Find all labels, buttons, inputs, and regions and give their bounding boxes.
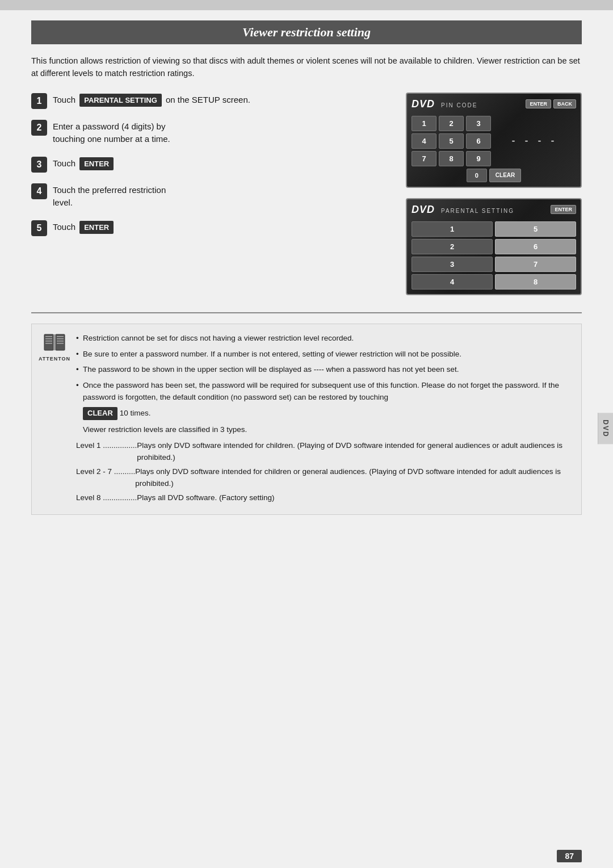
level-1-desc: Plays only DVD software intended for chi…: [137, 440, 572, 464]
steps-right: DVD PIN CODE ENTER BACK 1 2 3 - - - -: [406, 93, 582, 295]
pin-bottom-row: 0 CLEAR: [412, 169, 576, 182]
dvd-logo-1: DVD: [412, 98, 435, 110]
pin-key-9[interactable]: 9: [466, 151, 491, 166]
pin-key-3[interactable]: 3: [466, 116, 491, 131]
parental-header-left: DVD PARENTAL SETTING: [412, 204, 514, 216]
steps-left: 1 Touch PARENTAL SETTING on the SETUP sc…: [31, 93, 389, 295]
level-table: Level 1 ................ Plays only DVD …: [76, 440, 572, 504]
level-2-label: Level 2 - 7 ..........: [76, 466, 135, 490]
page-title: Viewer restriction setting: [43, 25, 570, 40]
attention-note-1: Restriction cannot be set for discs not …: [76, 332, 572, 345]
pin-clear-btn[interactable]: CLEAR: [489, 169, 521, 182]
page-number: 87: [557, 850, 582, 862]
pin-header-buttons: ENTER BACK: [526, 99, 576, 108]
svg-rect-9: [57, 341, 64, 342]
enter-badge-2: ENTER: [79, 221, 114, 234]
svg-rect-5: [45, 341, 52, 342]
step-number-2: 2: [31, 120, 47, 136]
step-5: 5 Touch ENTER: [31, 220, 389, 236]
step-3: 3 Touch ENTER: [31, 156, 389, 173]
pin-key-0[interactable]: 0: [467, 169, 487, 182]
level-3-desc: Plays all DVD software. (Factory setting…: [137, 492, 572, 504]
steps-layout: 1 Touch PARENTAL SETTING on the SETUP sc…: [31, 93, 582, 295]
bottom-section: ATTENTON Restriction cannot be set for d…: [31, 312, 582, 526]
step-4-text: Touch the preferred restriction level.: [53, 183, 166, 209]
right-tab: DVD: [598, 413, 613, 444]
parental-grid: 1 5 2 6 3 7 4 8: [412, 221, 576, 290]
parental-enter-btn[interactable]: ENTER: [551, 205, 576, 214]
book-icon: [43, 332, 66, 354]
step-number-3: 3: [31, 157, 47, 173]
attention-icon-container: ATTENTON: [41, 332, 68, 362]
parental-key-1[interactable]: 1: [412, 221, 493, 237]
pin-key-4[interactable]: 4: [412, 133, 436, 149]
svg-rect-8: [57, 338, 64, 339]
step-number-5: 5: [31, 220, 47, 236]
pin-screen-header: DVD PIN CODE ENTER BACK: [412, 98, 576, 110]
level-row-1: Level 1 ................ Plays only DVD …: [76, 440, 572, 464]
pin-display: - - - -: [493, 133, 576, 149]
pin-grid: 1 2 3 - - - - 4 5 6 7 8 9: [412, 116, 576, 166]
clear-suffix: 10 times.: [120, 409, 151, 417]
pin-key-7[interactable]: 7: [412, 151, 436, 166]
step-1: 1 Touch PARENTAL SETTING on the SETUP sc…: [31, 93, 389, 109]
level-1-label: Level 1 ................: [76, 440, 137, 464]
level-3-label: Level 8 ................: [76, 492, 137, 504]
pin-code-screen: DVD PIN CODE ENTER BACK 1 2 3 - - - -: [406, 93, 582, 188]
page-number-bar: 87: [0, 846, 613, 868]
step-2-text: Enter a password (4 digits) by touching …: [53, 119, 170, 146]
parental-setting-badge: PARENTAL SETTING: [79, 94, 162, 107]
dvd-logo-2: DVD: [412, 204, 435, 216]
step-4: 4 Touch the preferred restriction level.: [31, 183, 389, 209]
level-2-desc: Plays only DVD software intended for chi…: [135, 466, 572, 490]
step-2: 2 Enter a password (4 digits) by touchin…: [31, 119, 389, 146]
parental-key-6[interactable]: 6: [495, 239, 576, 254]
parental-screen-title: PARENTAL SETTING: [441, 208, 514, 214]
svg-rect-6: [45, 343, 52, 344]
svg-rect-4: [45, 338, 52, 339]
pin-screen-title: PIN CODE: [441, 102, 477, 108]
title-bar: Viewer restriction setting: [31, 20, 582, 44]
pin-back-btn[interactable]: BACK: [553, 99, 576, 108]
page-container: Viewer restriction setting This function…: [0, 0, 613, 868]
parental-key-3[interactable]: 3: [412, 257, 493, 272]
top-bar: [0, 0, 613, 10]
step-5-text: Touch ENTER: [53, 220, 115, 234]
pin-key-1[interactable]: 1: [412, 116, 436, 131]
pin-header-left: DVD PIN CODE: [412, 98, 477, 110]
step-1-text: Touch PARENTAL SETTING on the SETUP scre…: [53, 93, 250, 107]
attention-note-4: Once the password has been set, the pass…: [76, 379, 572, 404]
pin-key-5[interactable]: 5: [439, 133, 464, 149]
step-number-1: 1: [31, 93, 47, 109]
clear-badge: CLEAR: [83, 407, 117, 420]
parental-setting-screen: DVD PARENTAL SETTING ENTER 1 5 2 6 3 7: [406, 198, 582, 295]
step-4-line1: Touch the preferred restriction: [53, 185, 166, 195]
svg-rect-3: [45, 336, 52, 337]
pin-key-6[interactable]: 6: [466, 133, 491, 149]
step-2-line1: Enter a password (4 digits) by: [53, 121, 165, 131]
intro-text: This function allows restriction of view…: [31, 54, 582, 80]
svg-rect-7: [57, 336, 64, 337]
extra-note: Viewer restriction levels are classified…: [83, 423, 572, 436]
parental-key-2[interactable]: 2: [412, 239, 493, 254]
svg-rect-10: [57, 343, 64, 344]
step-4-line2: level.: [53, 198, 73, 207]
attention-note-3: The password to be shown in the upper se…: [76, 363, 572, 376]
level-row-2: Level 2 - 7 .......... Plays only DVD so…: [76, 466, 572, 490]
attention-label: ATTENTON: [39, 356, 70, 362]
parental-key-4[interactable]: 4: [412, 274, 493, 290]
parental-key-7[interactable]: 7: [495, 257, 576, 272]
clear-line: CLEAR10 times.: [83, 407, 572, 420]
parental-key-5[interactable]: 5: [495, 221, 576, 237]
pin-key-8[interactable]: 8: [439, 151, 464, 166]
pin-key-2[interactable]: 2: [439, 116, 464, 131]
attention-note-2: Be sure to enter a password number. If a…: [76, 348, 572, 360]
enter-badge-1: ENTER: [79, 157, 114, 171]
pin-enter-btn[interactable]: ENTER: [526, 99, 551, 108]
step-1-after: on the SETUP screen.: [166, 95, 250, 104]
step-number-4: 4: [31, 183, 47, 199]
parental-header-buttons: ENTER: [551, 205, 576, 214]
attention-note-4-text: Once the password has been set, the pass…: [83, 381, 559, 402]
attention-notes: Restriction cannot be set for discs not …: [76, 332, 572, 404]
parental-key-8[interactable]: 8: [495, 274, 576, 290]
